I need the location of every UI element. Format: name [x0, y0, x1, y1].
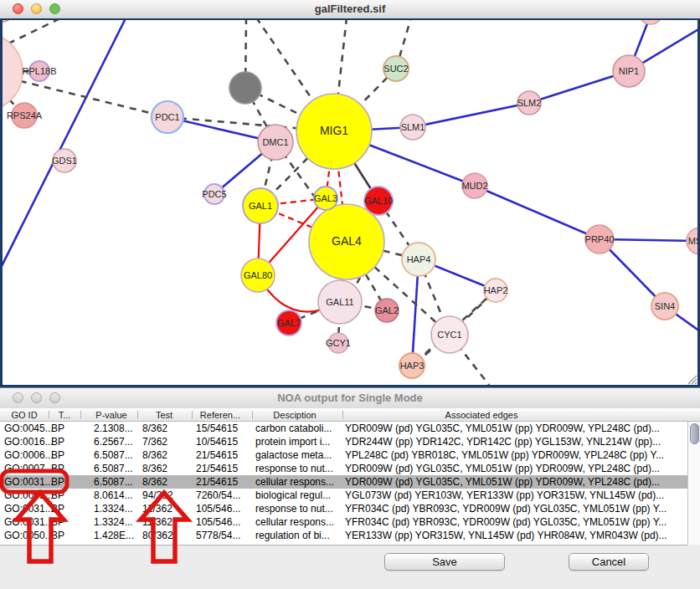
table-cell: YFR034C (pd) YBR093C, YDR009W (pd) YGL03…	[345, 503, 667, 515]
network-edge[interactable]	[475, 186, 600, 239]
table-cell: regulation of bi...	[255, 530, 330, 541]
table-cell: 21/54615	[196, 463, 238, 474]
node-label-pdc1: PDC1	[155, 112, 179, 122]
node-gray-unlabeled[interactable]	[229, 72, 261, 104]
node-label-dmc1: DMC1	[262, 137, 288, 147]
node-label-gds1: GDS1	[52, 156, 77, 166]
network-edge[interactable]	[413, 103, 529, 127]
cancel-button[interactable]: Cancel	[569, 553, 649, 571]
network-edge[interactable]	[3, 20, 126, 269]
table-cell: 105/546...	[196, 516, 240, 528]
column-separator[interactable]	[49, 411, 49, 419]
node-label-gcy1: GCY1	[326, 338, 351, 348]
column-separator[interactable]	[137, 411, 138, 419]
table-cell: YPL248C (pd) YBR018C, YML051W (pp) YDR00…	[345, 449, 664, 461]
scrollbar-thumb[interactable]	[690, 423, 699, 444]
vertical-scrollbar[interactable]	[687, 422, 700, 545]
node-label-hap2: HAP2	[484, 285, 508, 295]
node-fragment-topright[interactable]	[639, 20, 662, 24]
table-row[interactable]: GO:0065...BP8.0614...94/3627260/54...bio…	[0, 489, 687, 502]
node-label-mud2: MUD2	[461, 181, 487, 191]
column-header[interactable]: Referen...	[200, 410, 240, 420]
column-header[interactable]: Desciption	[273, 410, 316, 420]
node-label-gal3: GAL3	[314, 193, 337, 203]
table-cell: 2.1308...	[94, 423, 133, 434]
node-label-sin4: SIN4	[655, 301, 675, 311]
column-separator[interactable]	[342, 411, 343, 419]
column-header[interactable]: Associated edges	[445, 410, 518, 420]
node-label-gal1: GAL1	[249, 201, 272, 211]
table-row[interactable]: GO:0031...BP6.5087...8/36221/54615cellul…	[0, 475, 687, 489]
table-row[interactable]: GO:0031...BP1.3324...11/362105/546...res…	[0, 502, 687, 515]
column-separator[interactable]	[80, 411, 81, 419]
node-large-pink[interactable]	[3, 33, 23, 111]
table-cell: YDR244W (pp) YDR142C, YDR142C (pp) YGL15…	[345, 436, 661, 448]
table-cell: GO:0031...	[4, 503, 54, 515]
table-cell: 1.3324...	[94, 516, 133, 528]
column-header[interactable]: P-value	[95, 410, 126, 420]
node-label-gal11: GAL11	[326, 297, 353, 307]
node-fragment-topleft[interactable]	[3, 20, 12, 22]
network-window-titlebar[interactable]: galFiltered.sif	[0, 0, 700, 19]
table-cell: 6.5087...	[94, 476, 133, 488]
table-cell: GO:0065...	[4, 489, 54, 501]
table-cell: 15/54615	[196, 423, 238, 434]
node-label-slm1: SLM1	[401, 122, 425, 132]
column-header[interactable]: T...	[59, 410, 71, 420]
table-cell: YDR009W (pd) YGL035C, YML051W (pp) YDR00…	[345, 463, 660, 474]
table-cell: GO:0045...	[4, 423, 54, 434]
table-cell: 1.428E...	[94, 530, 134, 541]
column-header[interactable]: Test	[156, 410, 172, 420]
table-row[interactable]: GO:0050...BP1.428E...80/3625778/54...reg…	[0, 529, 687, 542]
table-cell: 21/54615	[196, 449, 238, 461]
table-cell: GO:0031...	[4, 476, 54, 488]
resize-grip-icon[interactable]	[688, 376, 697, 384]
table-cell: protein import i...	[255, 436, 330, 448]
node-label-rpl18b: RPL18B	[23, 66, 57, 76]
network-edge[interactable]	[8, 20, 62, 44]
table-cell: GO:0007...	[4, 463, 54, 474]
column-header[interactable]: GO ID	[11, 410, 37, 420]
table-header: GO IDT...P-valueTestReferen...Desciption…	[0, 408, 700, 422]
table-cell: 5778/54...	[196, 530, 240, 541]
column-separator[interactable]	[252, 411, 253, 419]
table-cell: BP	[51, 489, 64, 501]
table-cell: BP	[51, 449, 64, 461]
table-row[interactable]: GO:0016...BP6.2567...7/36210/54615protei…	[0, 435, 687, 448]
table-row[interactable]: GO:0045...BP2.1308...8/36215/54615carbon…	[0, 422, 687, 435]
noa-window-titlebar[interactable]: NOA output for Single Mode	[0, 388, 700, 409]
node-label-gal2: GAL2	[375, 305, 399, 315]
table-cell: BP	[51, 436, 64, 448]
table-cell: 11/362	[142, 516, 172, 528]
table-row[interactable]: GO:0007...BP6.5087...8/36221/54615respon…	[0, 462, 687, 475]
node-label-gal7: GAL7	[277, 318, 301, 328]
table-cell: YER133W (pp) YOR315W, YNL145W (pd) YHR08…	[345, 530, 667, 541]
table-cell: 94/362	[142, 489, 173, 501]
table-row[interactable]: GO:0006...BP6.5087...8/36221/54615galact…	[0, 448, 687, 462]
save-button[interactable]: Save	[384, 553, 505, 571]
table-row[interactable]: GO:0031...BP1.3324...11/362105/546...cel…	[0, 515, 687, 529]
table-cell: response to nut...	[255, 463, 333, 474]
window-title: galFiltered.sif	[0, 3, 700, 15]
table-cell: YDR009W (pd) YGL035C, YML051W (pp) YDR00…	[345, 476, 660, 488]
network-canvas[interactable]: RPL18BRPS24AGDS1PDC1MIG1DMC1SUC2SLM1SLM2…	[3, 20, 697, 385]
column-separator[interactable]	[192, 411, 193, 419]
node-label-hap4: HAP4	[407, 254, 431, 264]
network-svg: RPL18BRPS24AGDS1PDC1MIG1DMC1SUC2SLM1SLM2…	[3, 20, 697, 385]
node-label-cyc1: CYC1	[437, 330, 461, 340]
node-label-rps24a: RPS24A	[7, 110, 43, 120]
network-window: galFiltered.sif RPL18BRPS24AGDS1PDC1MIG1…	[0, 0, 700, 387]
table-cell: GO:0050...	[4, 530, 54, 541]
table-cell: 10/54615	[196, 436, 238, 448]
table-cell: BP	[51, 423, 64, 434]
window-title: NOA output for Single Mode	[0, 392, 700, 404]
table-cell: 11/362	[142, 503, 172, 515]
node-label-hap3: HAP3	[400, 361, 425, 371]
table-cell: 8/362	[142, 423, 167, 434]
table-cell: cellular respons...	[255, 476, 334, 488]
table-cell: 7260/54...	[196, 489, 240, 501]
table-cell: GO:0006...	[4, 449, 54, 461]
node-label-gal4: GAL4	[332, 234, 362, 248]
table-cell: 7/362	[142, 436, 167, 448]
table-cell: BP	[51, 516, 64, 528]
